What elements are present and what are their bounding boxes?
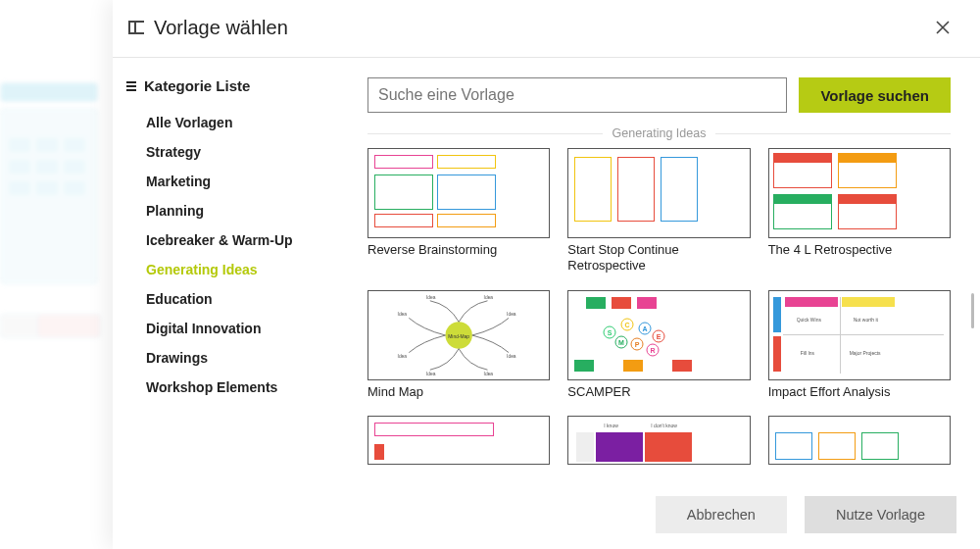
svg-text:Idea: Idea: [507, 354, 516, 359]
template-thumb: Quick Wins Not worth it Fill Ins Major P…: [768, 290, 951, 380]
svg-text:S: S: [608, 329, 612, 336]
svg-text:Idea: Idea: [484, 294, 494, 299]
main-area: Vorlage suchen Generating Ideas: [368, 58, 980, 482]
template-card[interactable]: S C A E R P M: [567, 290, 750, 400]
dialog-title: Vorlage wählen: [154, 17, 288, 39]
template-card[interactable]: [768, 416, 951, 469]
template-card[interactable]: [368, 416, 550, 469]
svg-text:R: R: [651, 347, 656, 354]
svg-text:M: M: [618, 339, 624, 346]
use-template-button[interactable]: Nutze Vorlage: [805, 496, 956, 533]
template-thumb: S C A E R P M: [567, 290, 750, 380]
template-card[interactable]: Mind-Map IdeaIdea IdeaIdea: [368, 290, 550, 400]
template-thumb: I know I don't know: [567, 416, 750, 465]
svg-text:Idea: Idea: [398, 312, 408, 317]
sidebar-title: Kategorie Liste: [144, 77, 250, 94]
template-card[interactable]: The 4 L Retrospective: [768, 148, 951, 274]
template-thumb: [768, 416, 951, 465]
category-item-all[interactable]: Alle Vorlagen: [146, 108, 354, 137]
svg-text:Idea: Idea: [426, 294, 436, 299]
template-thumb: [368, 416, 550, 465]
template-thumb: [368, 148, 550, 238]
section-title: Generating Ideas: [612, 126, 707, 140]
svg-text:C: C: [625, 322, 630, 328]
category-item-digital-innovation[interactable]: Digital Innovation: [146, 314, 354, 343]
scrollbar[interactable]: [971, 293, 974, 328]
svg-text:Idea: Idea: [507, 312, 516, 317]
category-item-strategy[interactable]: Strategy: [146, 137, 354, 167]
svg-text:E: E: [657, 333, 662, 340]
dialog-header: Vorlage wählen: [113, 0, 980, 58]
category-item-workshop-elements[interactable]: Workshop Elements: [146, 373, 354, 402]
search-input[interactable]: [368, 77, 787, 113]
template-thumb: Mind-Map IdeaIdea IdeaIdea: [368, 290, 550, 380]
template-label: The 4 L Retrospective: [768, 242, 951, 258]
svg-text:Mind-Map: Mind-Map: [448, 333, 469, 338]
svg-text:Idea: Idea: [484, 372, 494, 376]
svg-text:Idea: Idea: [426, 372, 436, 376]
category-item-marketing[interactable]: Marketing: [146, 167, 354, 196]
list-icon: [126, 81, 136, 91]
svg-text:A: A: [643, 325, 648, 332]
search-button[interactable]: Vorlage suchen: [799, 77, 951, 113]
layout-icon: [128, 21, 144, 34]
template-thumb: [567, 148, 750, 238]
category-list: Alle Vorlagen Strategy Marketing Plannin…: [126, 108, 354, 402]
category-item-education[interactable]: Education: [146, 284, 354, 314]
template-card[interactable]: Start Stop Continue Retrospective: [567, 148, 750, 274]
svg-text:P: P: [635, 341, 640, 348]
search-row: Vorlage suchen: [368, 58, 976, 126]
template-card[interactable]: I know I don't know: [567, 416, 750, 469]
close-icon: [936, 21, 950, 34]
template-label: SCAMPER: [567, 384, 750, 400]
template-thumb: [768, 148, 951, 238]
category-item-icebreaker[interactable]: Icebreaker & Warm-Up: [146, 225, 354, 255]
section-header: Generating Ideas: [368, 126, 976, 148]
template-grid: Reverse Brainstorming Start Stop Continu…: [368, 148, 951, 469]
close-button[interactable]: [929, 14, 956, 41]
category-item-drawings[interactable]: Drawings: [146, 343, 354, 373]
category-sidebar: Kategorie Liste Alle Vorlagen Strategy M…: [113, 58, 368, 482]
template-card[interactable]: Reverse Brainstorming: [368, 148, 550, 274]
category-item-generating-ideas[interactable]: Generating Ideas: [146, 255, 354, 284]
cancel-button[interactable]: Abbrechen: [656, 496, 787, 533]
template-label: Start Stop Continue Retrospective: [567, 242, 750, 274]
category-item-planning[interactable]: Planning: [146, 196, 354, 225]
template-label: Reverse Brainstorming: [368, 242, 550, 258]
dialog-footer: Abbrechen Nutze Vorlage: [113, 482, 980, 549]
template-dialog: Vorlage wählen Kategorie Liste Alle Vorl…: [113, 0, 980, 549]
template-card[interactable]: Quick Wins Not worth it Fill Ins Major P…: [768, 290, 951, 400]
template-label: Mind Map: [368, 384, 550, 400]
template-label: Impact Effort Analysis: [768, 384, 951, 400]
svg-text:Idea: Idea: [398, 354, 408, 359]
